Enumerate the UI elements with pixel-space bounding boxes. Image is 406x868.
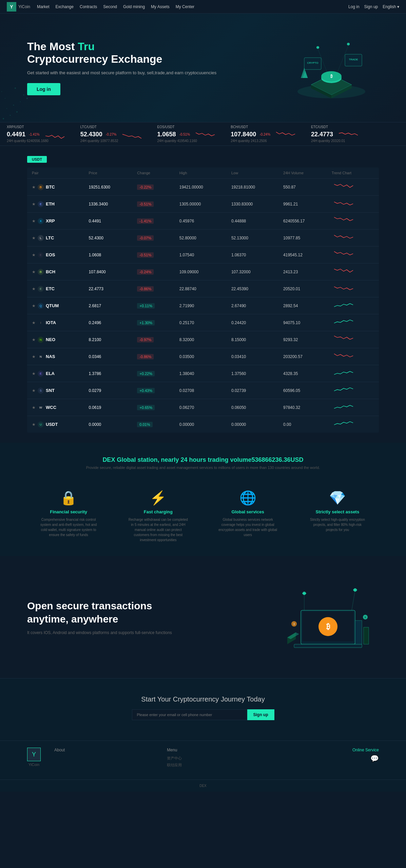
coin-icon-eth: E <box>38 201 44 207</box>
star-icon[interactable]: ★ <box>32 236 36 240</box>
table-row[interactable]: ★ E ELA 1.3786 +0.22% 1.38040 1.37560 43… <box>27 365 379 382</box>
table-row[interactable]: ★ E ETH 1336.3400 -0.51% 1305.00000 1330… <box>27 196 379 213</box>
footer-service: Online Service 💬 <box>280 748 379 763</box>
coin-high: 1305.00000 <box>175 196 227 213</box>
nav-market[interactable]: Market <box>37 4 50 9</box>
footer-link-0[interactable]: 资产中心 <box>167 756 266 761</box>
footer-about-title: About <box>54 748 153 752</box>
star-icon[interactable]: ★ <box>32 287 36 291</box>
coin-price: 1.0608 <box>84 246 133 263</box>
select-assets-icon: 💎 <box>307 490 368 506</box>
sparkline-neo <box>332 334 355 344</box>
coin-volume: 2892.54 <box>278 297 327 314</box>
logo-icon: Y <box>7 2 16 12</box>
table-row[interactable]: ★ U USDT 0.0000 0.01% 0.00000 0.00000 0.… <box>27 416 379 433</box>
coin-volume: 60596.05 <box>278 382 327 399</box>
table-row[interactable]: ★ X XRP 0.4491 -1.41% 0.45976 0.44888 62… <box>27 213 379 230</box>
svg-point-22 <box>6 108 7 109</box>
table-row[interactable]: ★ E EOS 1.0608 -0.51% 1.07540 1.06370 41… <box>27 246 379 263</box>
language-selector[interactable]: English ▾ <box>383 4 399 9</box>
hero-cta-button[interactable]: Log in <box>27 83 60 95</box>
col-volume: 24H Volume <box>278 167 327 179</box>
svg-point-23 <box>13 105 14 106</box>
coin-low: 52.13000 <box>227 230 278 246</box>
footer-link-1[interactable]: 联结应用 <box>167 763 266 768</box>
coin-volume: 20520.01 <box>278 280 327 297</box>
coin-name: BCH <box>46 269 55 274</box>
star-icon[interactable]: ★ <box>32 337 36 342</box>
financial-security-icon: 🔒 <box>38 490 99 506</box>
coin-icon-ela: E <box>38 371 44 377</box>
nav-exchange[interactable]: Exchange <box>56 4 74 9</box>
coin-volume: 2413.23 <box>278 263 327 280</box>
nav-myassets[interactable]: My Assets <box>151 4 170 9</box>
star-icon[interactable]: ★ <box>32 202 36 206</box>
feature-fast-title: Fast charging <box>128 509 189 514</box>
footer-cta-signup-button[interactable]: Sign up <box>247 709 274 720</box>
coin-name: USDT <box>46 422 58 427</box>
sparkline-wcc <box>332 402 355 412</box>
footer-bottom: DEX <box>0 780 406 792</box>
star-icon[interactable]: ★ <box>32 320 36 325</box>
coin-icon-ltc: L <box>38 235 44 241</box>
coin-name: LTC <box>46 235 54 240</box>
star-icon[interactable]: ★ <box>32 270 36 274</box>
chat-icon[interactable]: 💬 <box>280 754 379 763</box>
footer-cta-title: Start Your Cryptocurrency Journey Today <box>27 695 379 703</box>
col-trend: Trend Chart <box>327 167 379 179</box>
star-icon[interactable]: ★ <box>32 354 36 359</box>
nav-mycenter[interactable]: My Center <box>176 4 194 9</box>
star-icon[interactable]: ★ <box>32 405 36 410</box>
ticker-price-xrp: 0.4491 <box>7 131 25 138</box>
sparkline-btc <box>332 182 355 191</box>
ticker-item-etc[interactable]: ETC/USDT 22.4773 24H quantity 20320.01 <box>311 125 360 143</box>
coin-price: 0.2496 <box>84 314 133 331</box>
table-row[interactable]: ★ I IOTA 0.2496 +1.30% 0.25170 0.24420 9… <box>27 314 379 331</box>
star-icon[interactable]: ★ <box>32 253 36 257</box>
coin-volume: 0.00 <box>278 416 327 433</box>
dex-headline: DEX Global station, nearly 24 hours trad… <box>27 456 379 463</box>
star-icon[interactable]: ★ <box>32 303 36 308</box>
table-row[interactable]: ★ W WCC 0.0619 +0.65% 0.06270 0.06050 97… <box>27 399 379 416</box>
table-row[interactable]: ★ N NEO 8.2100 -0.97% 8.32000 8.15000 92… <box>27 331 379 348</box>
star-icon[interactable]: ★ <box>32 371 36 376</box>
table-row[interactable]: ★ B BCH 107.8400 -0.24% 109.09000 107.32… <box>27 263 379 280</box>
coin-high: 2.71990 <box>175 297 227 314</box>
nav-second[interactable]: Second <box>103 4 117 9</box>
coin-icon-xrp: X <box>38 218 44 224</box>
svg-text:₿: ₿ <box>326 622 330 631</box>
coin-volume: 203200.57 <box>278 348 327 365</box>
ticker-pair-eos: EOS/USDT <box>157 125 217 129</box>
table-row[interactable]: ★ B BTC 19251.6300 -0.22% 19421.00000 19… <box>27 179 379 196</box>
table-row[interactable]: ★ E ETC 22.4773 -0.86% 22.88740 22.45390… <box>27 280 379 297</box>
star-icon[interactable]: ★ <box>32 422 36 427</box>
table-row[interactable]: ★ L LTC 52.4300 -0.07% 52.80000 52.13000… <box>27 230 379 246</box>
svg-line-40 <box>352 590 355 610</box>
hero-subtitle: Get started with the easiest and most se… <box>27 70 284 76</box>
login-link[interactable]: Log in <box>348 4 360 9</box>
signup-link[interactable]: Sign up <box>364 4 378 9</box>
nav-contracts[interactable]: Contracts <box>80 4 97 9</box>
star-icon[interactable]: ★ <box>32 219 36 223</box>
table-row[interactable]: ★ N NAS 0.0346 -0.86% 0.03500 0.03410 20… <box>27 348 379 365</box>
coin-low: 22.45390 <box>227 280 278 297</box>
ticker-item-bch[interactable]: BCH/USDT 107.8400 -0.24% 24H quantity 24… <box>231 125 297 143</box>
footer-cta-input[interactable] <box>132 709 247 720</box>
usdt-tab[interactable]: USDT <box>27 156 47 163</box>
logo[interactable]: Y YiCoin <box>7 2 30 12</box>
sparkline-usdt <box>332 419 355 429</box>
star-icon[interactable]: ★ <box>32 185 36 190</box>
table-row[interactable]: ★ Q QTUM 2.6817 +0.11% 2.71990 2.67490 2… <box>27 297 379 314</box>
ticker-item-eos[interactable]: EOS/USDT 1.0658 -0.51% 24H quantity 4195… <box>157 125 217 143</box>
online-service-label[interactable]: Online Service <box>280 748 379 752</box>
coin-change: -0.97% <box>137 337 154 342</box>
footer-about: About <box>54 748 153 756</box>
market-section: USDT Pair Price Change High Low 24H Volu… <box>0 146 406 443</box>
table-row[interactable]: ★ S SNT 0.0279 +0.43% 0.02708 0.02739 60… <box>27 382 379 399</box>
nav-goldmining[interactable]: Gold mining <box>123 4 145 9</box>
ticker-item-ltc[interactable]: LTC/USDT 52.4300 -0.27% 24H quantity 109… <box>80 125 144 143</box>
ticker-item-xrp[interactable]: XRP/USDT 0.4491 -1.41% 24H quantity 6240… <box>7 125 67 143</box>
star-icon[interactable]: ★ <box>32 388 36 393</box>
coin-low: 0.06050 <box>227 399 278 416</box>
logo-text: YiCoin <box>18 4 30 9</box>
